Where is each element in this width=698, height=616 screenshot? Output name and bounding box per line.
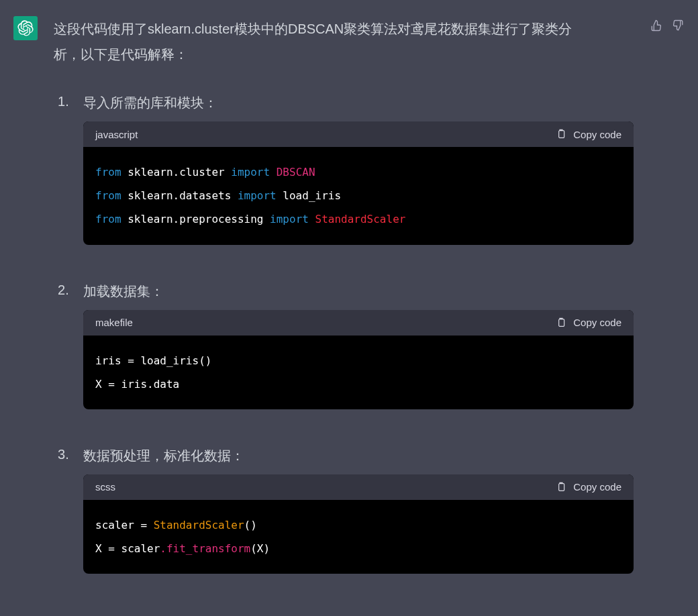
copy-code-button[interactable]: Copy code [556,481,621,493]
code-language-label: scss [95,481,115,493]
clipboard-icon [556,317,566,329]
code-header: javascriptCopy code [83,121,634,147]
thumbs-up-button[interactable] [650,19,663,32]
step-item: 导入所需的库和模块：javascriptCopy codefrom sklear… [54,94,634,245]
svg-rect-1 [559,319,564,326]
step-title: 数据预处理，标准化数据： [83,447,634,465]
copy-label: Copy code [573,481,621,493]
code-body: iris = load_iris() X = iris.data [83,336,634,409]
code-body: from sklearn.cluster import DBSCAN from … [83,147,634,245]
clipboard-icon [556,481,566,493]
copy-label: Copy code [573,317,621,328]
copy-code-button[interactable]: Copy code [556,128,621,140]
message-content: 这段代码使用了sklearn.cluster模块中的DBSCAN聚类算法对鸢尾花… [54,16,634,611]
svg-rect-2 [559,484,564,491]
thumbs-down-button[interactable] [671,19,685,32]
steps-list: 导入所需的库和模块：javascriptCopy codefrom sklear… [54,94,634,574]
assistant-message: 这段代码使用了sklearn.cluster模块中的DBSCAN聚类算法对鸢尾花… [0,0,698,616]
code-block: makefileCopy codeiris = load_iris() X = … [83,310,634,409]
intro-text: 这段代码使用了sklearn.cluster模块中的DBSCAN聚类算法对鸢尾花… [54,16,634,67]
copy-code-button[interactable]: Copy code [556,317,621,329]
code-body: scaler = StandardScaler() X = scaler.fit… [83,500,634,574]
code-language-label: javascript [95,129,138,140]
copy-label: Copy code [573,129,621,140]
code-header: makefileCopy code [83,310,634,336]
assistant-avatar [13,16,38,40]
openai-logo-icon [17,20,34,36]
step-title: 导入所需的库和模块： [83,94,634,112]
code-block: javascriptCopy codefrom sklearn.cluster … [83,121,634,245]
svg-rect-0 [559,131,564,138]
step-title: 加载数据集： [83,283,634,301]
step-item: 加载数据集：makefileCopy codeiris = load_iris(… [54,283,634,409]
thumbs-down-icon [672,19,684,32]
thumbs-up-icon [650,19,662,32]
code-header: scssCopy code [83,474,634,500]
code-block: scssCopy codescaler = StandardScaler() X… [83,474,634,574]
clipboard-icon [556,128,566,140]
step-item: 数据预处理，标准化数据：scssCopy codescaler = Standa… [54,447,634,574]
code-language-label: makefile [95,317,133,328]
feedback-buttons [650,16,685,32]
